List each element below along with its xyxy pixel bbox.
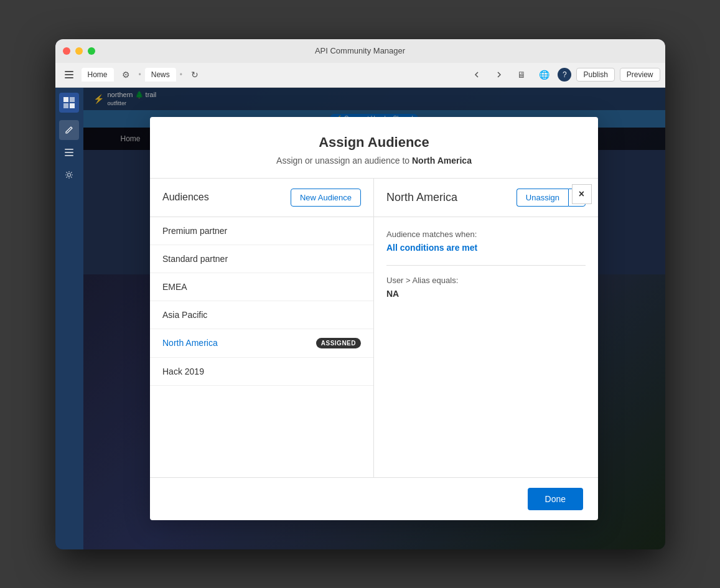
list-item[interactable]: Asia Pacific (150, 301, 373, 329)
svg-rect-2 (65, 77, 73, 78)
list-item[interactable]: Standard partner (150, 245, 373, 273)
modal-footer: Done (150, 477, 598, 520)
close-traffic-light[interactable] (63, 47, 70, 55)
svg-rect-0 (65, 71, 73, 72)
modal-header: Assign Audience Assign or unassign an au… (150, 117, 598, 179)
sidebar-item-edit[interactable] (59, 120, 79, 140)
home-tab-label: Home (88, 70, 108, 79)
sidebar-item-list[interactable] (59, 142, 79, 162)
list-item[interactable]: Premium partner (150, 217, 373, 245)
help-icon[interactable]: ? (558, 68, 571, 82)
svg-point-10 (68, 173, 71, 176)
sidebar-item-settings[interactable] (59, 165, 79, 185)
refresh-icon[interactable]: ↻ (186, 66, 203, 83)
publish-button[interactable]: Publish (576, 68, 614, 82)
minimize-traffic-light[interactable] (75, 47, 83, 55)
audience-item-name: Asia Pacific (162, 310, 207, 320)
rule-value: NA (386, 289, 586, 299)
window-title: API Community Manager (315, 46, 405, 55)
done-button[interactable]: Done (528, 488, 583, 510)
dot-separator-1: • (139, 70, 141, 79)
app-body: ⚡ northern 🌲 trailoutfitter ⚡ Compact He… (55, 88, 665, 549)
preview-button[interactable]: Preview (620, 68, 660, 82)
modal-body: Audiences New Audience Premium partner S… (150, 179, 598, 477)
rule-label: User > Alias equals: (386, 276, 586, 285)
assign-audience-modal: Assign Audience Assign or unassign an au… (150, 117, 598, 520)
back-icon[interactable] (468, 66, 485, 83)
news-tab-label: News (151, 70, 170, 79)
detail-panel-header: North America Unassign ▾ (374, 179, 598, 217)
modal-title: Assign Audience (170, 134, 578, 151)
traffic-lights (63, 47, 95, 55)
audiences-panel: Audiences New Audience Premium partner S… (150, 179, 374, 477)
svg-rect-7 (65, 149, 73, 150)
assigned-badge: ASSIGNED (316, 338, 361, 348)
svg-rect-1 (65, 74, 73, 75)
audience-item-name-north-america: North America (162, 338, 218, 348)
forward-icon[interactable] (490, 66, 508, 83)
audience-item-name: Standard partner (162, 254, 228, 264)
audiences-panel-header: Audiences New Audience (150, 179, 373, 217)
globe-icon[interactable]: 🌐 (535, 66, 553, 83)
home-tab[interactable]: Home (82, 68, 114, 82)
toolbar-right: 🖥 🌐 ? Publish Preview (468, 66, 660, 83)
main-content: ⚡ northern 🌲 trailoutfitter ⚡ Compact He… (83, 88, 665, 549)
svg-rect-8 (65, 152, 73, 153)
unassign-button[interactable]: Unassign (517, 189, 568, 207)
detail-content: Audience matches when: All conditions ar… (374, 217, 598, 477)
audience-item-name: Premium partner (162, 226, 227, 236)
sidebar-toggle-icon[interactable] (60, 66, 78, 83)
audience-item-name: EMEA (162, 282, 187, 292)
svg-rect-9 (65, 155, 73, 156)
title-bar: API Community Manager (55, 39, 665, 63)
list-item[interactable]: EMEA (150, 273, 373, 301)
dot-separator-2: • (180, 70, 182, 79)
condition-label: Audience matches when: (386, 230, 586, 239)
close-button[interactable]: × (572, 184, 592, 204)
condition-divider (386, 265, 586, 266)
audience-list: Premium partner Standard partner EMEA As… (150, 217, 373, 477)
audience-item-name: Hack 2019 (162, 366, 204, 376)
detail-panel: North America Unassign ▾ Audience matche… (374, 179, 598, 477)
svg-rect-5 (63, 103, 68, 108)
maximize-traffic-light[interactable] (88, 47, 95, 55)
audiences-label: Audiences (162, 192, 209, 203)
modal-subtitle: Assign or unassign an audience to North … (170, 156, 578, 166)
left-sidebar (55, 88, 83, 549)
subtitle-prefix: Assign or unassign an audience to (276, 156, 412, 166)
subtitle-target: North America (412, 156, 472, 166)
desktop-icon[interactable]: 🖥 (513, 66, 530, 83)
sidebar-logo (59, 93, 79, 113)
news-tab[interactable]: News (145, 68, 176, 82)
svg-rect-4 (70, 97, 75, 102)
detail-title: North America (386, 191, 457, 204)
svg-rect-3 (63, 97, 68, 102)
settings-icon[interactable]: ⚙ (118, 66, 135, 83)
condition-value: All conditions are met (386, 243, 586, 253)
list-item-north-america[interactable]: North America ASSIGNED (150, 329, 373, 358)
svg-rect-6 (70, 103, 75, 108)
mac-window: API Community Manager Home ⚙ • News • ↻ (55, 39, 665, 549)
browser-toolbar: Home ⚙ • News • ↻ 🖥 🌐 ? Publish Preview (55, 63, 665, 88)
list-item[interactable]: Hack 2019 (150, 358, 373, 386)
new-audience-button[interactable]: New Audience (291, 189, 361, 207)
